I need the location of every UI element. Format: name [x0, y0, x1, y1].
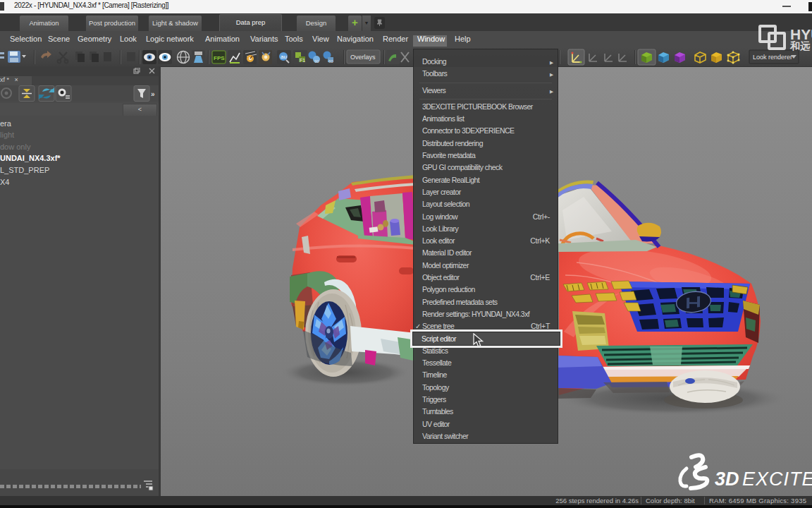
svg-text:EXCITE: EXCITE — [742, 468, 812, 490]
svg-text:Overlays: Overlays — [350, 54, 376, 61]
svg-text:3D: 3D — [715, 468, 739, 490]
svg-text:FPS: FPS — [214, 55, 225, 61]
svg-text:和远: 和远 — [789, 40, 811, 51]
svg-text:90: 90 — [314, 59, 319, 64]
svg-text:au: au — [281, 54, 287, 60]
svg-text:Look renderer: Look renderer — [753, 54, 792, 61]
svg-text:60: 60 — [328, 59, 333, 64]
svg-text:F1: F1 — [300, 58, 305, 63]
svg-text:»: » — [151, 90, 155, 98]
